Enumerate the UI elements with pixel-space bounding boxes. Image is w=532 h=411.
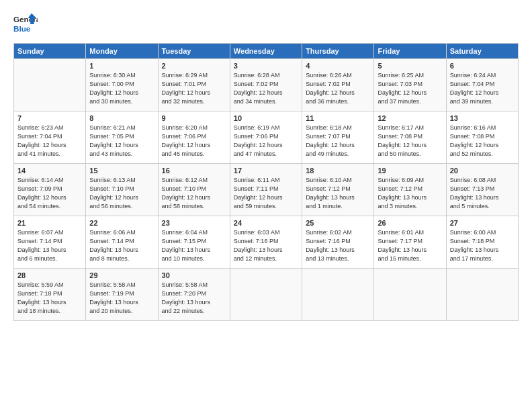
day-info: Sunrise: 6:17 AM Sunset: 7:08 PM Dayligh… [378,124,442,158]
header: GeneralBlue [13,12,519,36]
calendar-cell [302,269,374,321]
day-number: 9 [162,114,226,122]
day-number: 23 [162,219,226,227]
day-number: 20 [450,167,515,175]
day-info: Sunrise: 6:09 AM Sunset: 7:12 PM Dayligh… [378,176,442,211]
calendar-cell: 20Sunrise: 6:08 AM Sunset: 7:13 PM Dayli… [446,164,518,216]
calendar-cell: 10Sunrise: 6:19 AM Sunset: 7:06 PM Dayli… [230,111,302,164]
calendar-cell: 16Sunrise: 6:12 AM Sunset: 7:10 PM Dayli… [158,164,230,216]
calendar-cell: 19Sunrise: 6:09 AM Sunset: 7:12 PM Dayli… [374,164,446,216]
day-info: Sunrise: 6:21 AM Sunset: 7:05 PM Dayligh… [89,124,154,158]
day-number: 1 [89,62,154,70]
day-info: Sunrise: 6:02 AM Sunset: 7:16 PM Dayligh… [306,228,370,263]
day-number: 22 [89,219,154,227]
day-info: Sunrise: 6:04 AM Sunset: 7:15 PM Dayligh… [162,228,226,263]
svg-text:Blue: Blue [13,24,31,33]
day-number: 10 [234,114,298,122]
day-info: Sunrise: 5:58 AM Sunset: 7:20 PM Dayligh… [162,281,226,316]
day-info: Sunrise: 6:23 AM Sunset: 7:04 PM Dayligh… [17,124,82,158]
day-number: 3 [234,62,298,70]
calendar-cell: 3Sunrise: 6:28 AM Sunset: 7:02 PM Daylig… [230,59,302,111]
calendar-cell: 11Sunrise: 6:18 AM Sunset: 7:07 PM Dayli… [302,111,374,164]
day-number: 16 [162,167,226,175]
day-info: Sunrise: 6:13 AM Sunset: 7:10 PM Dayligh… [89,176,154,211]
calendar-cell: 2Sunrise: 6:29 AM Sunset: 7:01 PM Daylig… [158,59,230,111]
day-info: Sunrise: 5:58 AM Sunset: 7:19 PM Dayligh… [89,281,154,316]
calendar-cell: 4Sunrise: 6:26 AM Sunset: 7:02 PM Daylig… [302,59,374,111]
day-number: 14 [17,167,82,175]
day-number: 7 [17,114,82,122]
calendar-body: 1Sunrise: 6:30 AM Sunset: 7:00 PM Daylig… [14,59,519,321]
day-number: 11 [306,114,370,122]
calendar-cell: 17Sunrise: 6:11 AM Sunset: 7:11 PM Dayli… [230,164,302,216]
day-number: 24 [234,219,298,227]
day-info: Sunrise: 6:12 AM Sunset: 7:10 PM Dayligh… [162,176,226,211]
calendar-cell [230,269,302,321]
col-header-thursday: Thursday [302,44,374,59]
day-info: Sunrise: 6:26 AM Sunset: 7:02 PM Dayligh… [306,71,370,106]
calendar-cell: 6Sunrise: 6:24 AM Sunset: 7:04 PM Daylig… [446,59,518,111]
calendar-cell: 1Sunrise: 6:30 AM Sunset: 7:00 PM Daylig… [86,59,158,111]
week-row-1: 1Sunrise: 6:30 AM Sunset: 7:00 PM Daylig… [14,59,519,111]
calendar-cell: 24Sunrise: 6:03 AM Sunset: 7:16 PM Dayli… [230,216,302,269]
week-row-2: 7Sunrise: 6:23 AM Sunset: 7:04 PM Daylig… [14,111,519,164]
day-info: Sunrise: 6:16 AM Sunset: 7:08 PM Dayligh… [450,124,515,158]
day-number: 26 [378,219,442,227]
day-number: 27 [450,219,515,227]
day-info: Sunrise: 6:29 AM Sunset: 7:01 PM Dayligh… [162,71,226,106]
col-header-tuesday: Tuesday [158,44,230,59]
day-info: Sunrise: 5:59 AM Sunset: 7:18 PM Dayligh… [17,281,82,316]
day-number: 13 [450,114,515,122]
day-number: 6 [450,62,515,70]
day-number: 28 [17,271,82,279]
day-info: Sunrise: 6:10 AM Sunset: 7:12 PM Dayligh… [306,176,370,211]
logo-icon: GeneralBlue [13,12,38,36]
day-info: Sunrise: 6:14 AM Sunset: 7:09 PM Dayligh… [17,176,82,211]
logo: GeneralBlue [13,12,40,36]
calendar-cell: 9Sunrise: 6:20 AM Sunset: 7:06 PM Daylig… [158,111,230,164]
calendar-cell: 30Sunrise: 5:58 AM Sunset: 7:20 PM Dayli… [158,269,230,321]
day-number: 8 [89,114,154,122]
page-container: GeneralBlue SundayMondayTuesdayWednesday… [0,0,532,328]
calendar-cell: 22Sunrise: 6:06 AM Sunset: 7:14 PM Dayli… [86,216,158,269]
column-headers: SundayMondayTuesdayWednesdayThursdayFrid… [14,44,519,59]
calendar-cell: 27Sunrise: 6:00 AM Sunset: 7:18 PM Dayli… [446,216,518,269]
calendar-cell: 13Sunrise: 6:16 AM Sunset: 7:08 PM Dayli… [446,111,518,164]
week-row-5: 28Sunrise: 5:59 AM Sunset: 7:18 PM Dayli… [14,269,519,321]
calendar-cell: 7Sunrise: 6:23 AM Sunset: 7:04 PM Daylig… [14,111,86,164]
calendar-cell [446,269,518,321]
calendar-cell: 29Sunrise: 5:58 AM Sunset: 7:19 PM Dayli… [86,269,158,321]
calendar-cell: 15Sunrise: 6:13 AM Sunset: 7:10 PM Dayli… [86,164,158,216]
calendar-cell: 26Sunrise: 6:01 AM Sunset: 7:17 PM Dayli… [374,216,446,269]
day-info: Sunrise: 6:30 AM Sunset: 7:00 PM Dayligh… [89,71,154,106]
day-info: Sunrise: 6:20 AM Sunset: 7:06 PM Dayligh… [162,124,226,158]
calendar-cell [14,59,86,111]
day-number: 5 [378,62,442,70]
calendar-cell [374,269,446,321]
calendar-cell: 5Sunrise: 6:25 AM Sunset: 7:03 PM Daylig… [374,59,446,111]
col-header-sunday: Sunday [14,44,86,59]
calendar-cell: 25Sunrise: 6:02 AM Sunset: 7:16 PM Dayli… [302,216,374,269]
calendar-cell: 28Sunrise: 5:59 AM Sunset: 7:18 PM Dayli… [14,269,86,321]
day-number: 25 [306,219,370,227]
day-number: 2 [162,62,226,70]
calendar-cell: 23Sunrise: 6:04 AM Sunset: 7:15 PM Dayli… [158,216,230,269]
calendar-cell: 8Sunrise: 6:21 AM Sunset: 7:05 PM Daylig… [86,111,158,164]
day-number: 30 [162,271,226,279]
day-number: 4 [306,62,370,70]
col-header-monday: Monday [86,44,158,59]
col-header-wednesday: Wednesday [230,44,302,59]
col-header-friday: Friday [374,44,446,59]
calendar-cell: 12Sunrise: 6:17 AM Sunset: 7:08 PM Dayli… [374,111,446,164]
day-info: Sunrise: 6:25 AM Sunset: 7:03 PM Dayligh… [378,71,442,106]
calendar-cell: 14Sunrise: 6:14 AM Sunset: 7:09 PM Dayli… [14,164,86,216]
day-info: Sunrise: 6:08 AM Sunset: 7:13 PM Dayligh… [450,176,515,211]
day-number: 18 [306,167,370,175]
day-number: 19 [378,167,442,175]
day-info: Sunrise: 6:06 AM Sunset: 7:14 PM Dayligh… [89,228,154,263]
day-number: 15 [89,167,154,175]
day-info: Sunrise: 6:07 AM Sunset: 7:14 PM Dayligh… [17,228,82,263]
day-info: Sunrise: 6:03 AM Sunset: 7:16 PM Dayligh… [234,228,298,263]
day-info: Sunrise: 6:19 AM Sunset: 7:06 PM Dayligh… [234,124,298,158]
calendar-table: SundayMondayTuesdayWednesdayThursdayFrid… [13,43,519,321]
